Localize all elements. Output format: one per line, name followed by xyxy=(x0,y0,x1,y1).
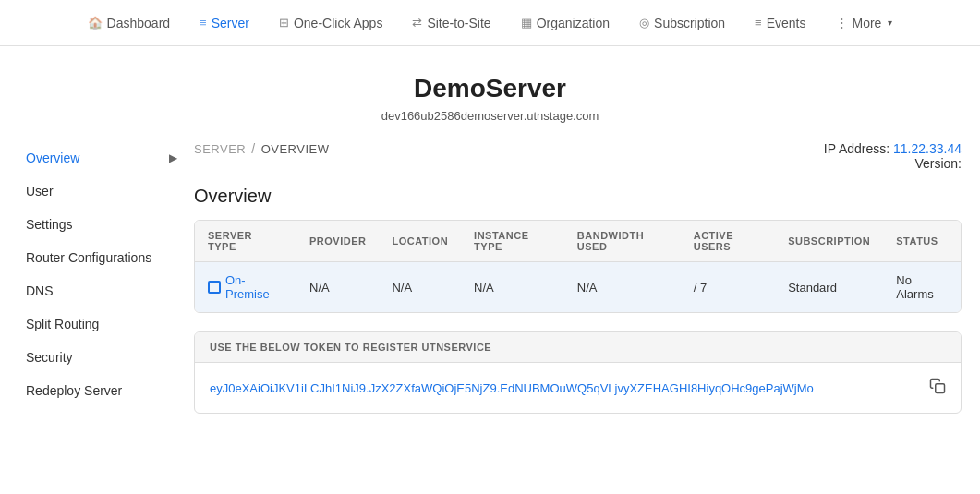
token-header: USE THE BELOW TOKEN TO REGISTER UTNSERVI… xyxy=(195,332,961,363)
ip-value: 11.22.33.44 xyxy=(893,141,962,156)
cell-server-type: On-Premise xyxy=(195,262,296,313)
col-location: LOCATION xyxy=(379,221,461,262)
col-instance-type: INSTANCE TYPE xyxy=(461,221,564,262)
sidebar-item-settings[interactable]: Settings xyxy=(18,208,185,241)
nav-events[interactable]: ≡ Events xyxy=(744,10,817,36)
server-type-icon xyxy=(208,281,221,294)
nav-more[interactable]: ⋮ More ▾ xyxy=(825,10,904,36)
server-table: SERVER TYPE PROVIDER LOCATION INSTANCE T… xyxy=(195,221,961,312)
sidebar-item-redeploy-server[interactable]: Redeploy Server xyxy=(18,374,185,407)
cell-provider: N/A xyxy=(296,262,379,313)
sidebar-item-user[interactable]: User xyxy=(18,175,185,208)
version-label: Version: xyxy=(914,156,962,171)
col-server-type: SERVER TYPE xyxy=(195,221,296,262)
site-icon: ⇄ xyxy=(412,16,422,30)
sidebar-item-security[interactable]: Security xyxy=(18,341,185,374)
cell-instance-type: N/A xyxy=(461,262,564,313)
content-header: SERVER / Overview IP Address: 11.22.33.4… xyxy=(194,141,962,171)
ip-block: IP Address: 11.22.33.44 Version: xyxy=(824,141,962,171)
more-icon: ⋮ xyxy=(836,16,848,30)
cell-bandwidth-used: N/A xyxy=(564,262,681,313)
col-provider: PROVIDER xyxy=(296,221,379,262)
table-header-row: SERVER TYPE PROVIDER LOCATION INSTANCE T… xyxy=(195,221,961,262)
server-table-card: SERVER TYPE PROVIDER LOCATION INSTANCE T… xyxy=(194,220,962,313)
cell-subscription: Standard xyxy=(775,262,883,313)
chevron-down-icon: ▾ xyxy=(888,18,892,28)
token-card: USE THE BELOW TOKEN TO REGISTER UTNSERVI… xyxy=(194,331,962,414)
breadcrumb-separator: / xyxy=(251,141,255,156)
sidebar-item-split-routing[interactable]: Split Routing xyxy=(18,307,185,341)
server-header: DemoServer dev166ub2586demoserver.utnsta… xyxy=(0,46,980,141)
cell-active-users: / 7 xyxy=(681,262,775,313)
breadcrumb: SERVER / Overview xyxy=(194,141,329,156)
chevron-right-icon: ▶ xyxy=(169,151,177,164)
subscription-icon: ◎ xyxy=(639,16,649,30)
sidebar-item-dns[interactable]: DNS xyxy=(18,274,185,307)
content-area: SERVER / Overview IP Address: 11.22.33.4… xyxy=(194,141,962,414)
sidebar: Overview ▶ User Settings Router Configur… xyxy=(18,141,194,414)
sidebar-item-router-configurations[interactable]: Router Configurations xyxy=(18,241,185,274)
nav-organization[interactable]: ▦ Organization xyxy=(510,10,621,36)
col-active-users: ACTIVE USERS xyxy=(681,221,775,262)
events-icon: ≡ xyxy=(755,16,762,30)
col-bandwidth-used: BANDWIDTH USED xyxy=(564,221,681,262)
server-subtitle: dev166ub2586demoserver.utnstage.com xyxy=(18,109,962,123)
col-subscription: SUBSCRIPTION xyxy=(775,221,883,262)
sidebar-item-overview[interactable]: Overview ▶ xyxy=(18,141,185,175)
nav-server[interactable]: ≡ Server xyxy=(188,10,260,36)
server-title: DemoServer xyxy=(18,74,962,103)
overview-title: Overview xyxy=(194,186,962,207)
cell-status: No Alarms xyxy=(883,262,961,313)
apps-icon: ⊞ xyxy=(279,16,289,30)
home-icon: 🏠 xyxy=(88,16,103,30)
token-body: eyJ0eXAiOiJKV1iLCJhI1NiJ9.JzX2ZXfaWQiOjE… xyxy=(195,363,961,413)
top-nav: 🏠 Dashboard ≡ Server ⊞ One-Click Apps ⇄ … xyxy=(0,0,980,46)
breadcrumb-current: Overview xyxy=(261,142,330,156)
org-icon: ▦ xyxy=(521,16,532,30)
nav-one-click-apps[interactable]: ⊞ One-Click Apps xyxy=(268,10,393,36)
ip-label: IP Address: xyxy=(824,141,889,156)
table-row: On-Premise N/A N/A N/A N/A / 7 Standard … xyxy=(195,262,961,313)
nav-subscription[interactable]: ◎ Subscription xyxy=(628,10,736,36)
server-icon: ≡ xyxy=(200,16,207,30)
cell-location: N/A xyxy=(379,262,461,313)
on-premise-link[interactable]: On-Premise xyxy=(208,273,284,301)
copy-icon[interactable] xyxy=(929,378,946,398)
main-layout: Overview ▶ User Settings Router Configur… xyxy=(0,141,980,414)
nav-site-to-site[interactable]: ⇄ Site-to-Site xyxy=(401,10,502,36)
token-value: eyJ0eXAiOiJKV1iLCJhI1NiJ9.JzX2ZXfaWQiOjE… xyxy=(210,381,920,395)
breadcrumb-parent: SERVER xyxy=(194,142,246,156)
nav-dashboard[interactable]: 🏠 Dashboard xyxy=(77,10,182,36)
svg-rect-0 xyxy=(936,384,945,393)
col-status: STATUS xyxy=(883,221,961,262)
